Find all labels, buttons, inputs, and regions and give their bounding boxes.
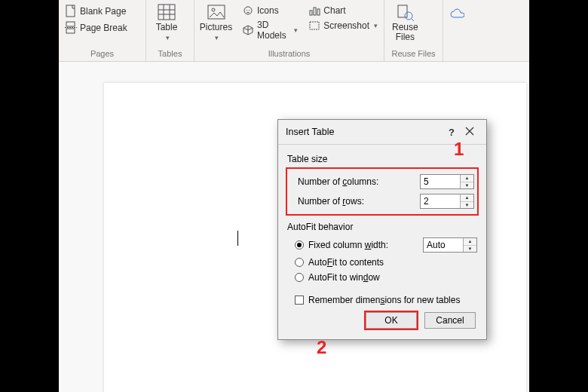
ribbon: Blank Page Page Break Pages Table▾	[59, 0, 529, 62]
screenshot-button[interactable]: Screenshot ▾	[305, 18, 381, 33]
reuse-files-icon	[395, 3, 415, 21]
3d-models-label: 3D Models	[257, 20, 289, 41]
spinner-down-icon[interactable]: ▼	[464, 246, 476, 253]
ribbon-group-label: Tables	[149, 47, 191, 61]
reuse-files-button[interactable]: Reuse Files	[387, 2, 423, 44]
fixed-width-input[interactable]	[424, 238, 463, 252]
screenshot-icon	[308, 20, 320, 32]
icons-label: Icons	[257, 5, 279, 16]
autofit-window-radio[interactable]	[295, 273, 304, 282]
columns-input[interactable]	[421, 175, 460, 188]
pictures-icon	[207, 3, 226, 21]
svg-point-10	[212, 8, 215, 11]
page-break-icon	[65, 21, 77, 35]
icons-icon	[242, 5, 254, 17]
chevron-down-icon: ▾	[215, 34, 219, 41]
autofit-contents-label: AutoFit to contents	[308, 257, 384, 268]
svg-rect-13	[314, 8, 316, 15]
page-break-button[interactable]: Page Break	[62, 20, 130, 36]
spinner-down-icon[interactable]: ▼	[461, 202, 473, 209]
pictures-button[interactable]: Pictures▾	[198, 2, 234, 44]
autofit-window-label: AutoFit to window	[308, 272, 380, 283]
svg-rect-0	[66, 5, 75, 17]
svg-line-18	[411, 18, 414, 21]
table-button[interactable]: Table▾	[149, 2, 184, 44]
svg-rect-14	[317, 9, 320, 15]
ribbon-group-reuse: Reuse Files Reuse Files	[384, 0, 443, 61]
ribbon-group-label: Illustrations	[198, 47, 381, 61]
svg-rect-1	[66, 22, 75, 26]
remember-checkbox[interactable]	[295, 296, 304, 305]
close-button[interactable]	[459, 126, 480, 138]
fixed-width-label: Fixed column width:	[308, 240, 418, 250]
ribbon-group-label: Reuse Files	[387, 47, 439, 61]
icons-button[interactable]: Icons	[239, 3, 301, 18]
remember-label: Remember dimensions for new tables	[308, 295, 460, 305]
svg-rect-2	[66, 29, 75, 33]
chevron-down-icon: ▾	[294, 26, 298, 34]
cube-icon	[242, 24, 254, 36]
3d-models-button[interactable]: 3D Models ▾	[239, 18, 301, 42]
rows-label: Number of rows:	[298, 196, 417, 207]
svg-rect-16	[398, 5, 407, 17]
blank-page-label: Blank Page	[80, 6, 126, 17]
blank-page-button[interactable]: Blank Page	[62, 3, 129, 20]
text-cursor	[237, 231, 238, 246]
rows-input[interactable]	[421, 194, 460, 208]
ok-button[interactable]: OK	[366, 312, 417, 329]
chevron-down-icon: ▾	[166, 34, 170, 41]
ribbon-group-overflow	[443, 0, 529, 61]
ribbon-group-illustrations: Pictures▾ Icons 3D Models ▾	[194, 0, 384, 61]
spinner-up-icon[interactable]: ▲	[464, 238, 476, 246]
chart-label: Chart	[323, 5, 345, 16]
chart-icon	[308, 5, 320, 17]
table-size-label: Table size	[287, 154, 477, 164]
blank-page-icon	[65, 5, 77, 18]
ribbon-group-pages: Blank Page Page Break Pages	[59, 0, 146, 61]
spinner-up-icon[interactable]: ▲	[461, 175, 473, 182]
ribbon-group-label: Pages	[62, 47, 142, 61]
chart-button[interactable]: Chart	[305, 3, 381, 18]
page-break-label: Page Break	[80, 23, 127, 33]
svg-rect-12	[310, 11, 312, 15]
fixed-width-radio[interactable]	[295, 240, 304, 250]
reuse-files-label: Reuse Files	[392, 23, 418, 42]
autofit-contents-radio[interactable]	[295, 258, 304, 267]
fixed-width-spinner[interactable]: ▲▼	[423, 237, 477, 253]
columns-label: Number of columns:	[298, 176, 417, 187]
screenshot-label: Screenshot	[323, 20, 369, 31]
pictures-label: Pictures	[200, 22, 232, 32]
chevron-down-icon: ▾	[374, 22, 378, 29]
annotation-box-1: Number of columns: ▲▼ Number of rows: ▲▼	[286, 167, 479, 216]
ribbon-group-tables: Table▾ Tables	[146, 0, 194, 61]
svg-rect-4	[158, 5, 175, 20]
autofit-label: AutoFit behavior	[287, 222, 477, 232]
rows-spinner[interactable]: ▲▼	[420, 194, 474, 209]
spinner-up-icon[interactable]: ▲	[461, 194, 473, 202]
annotation-2: 2	[317, 337, 326, 358]
cancel-button[interactable]: Cancel	[424, 312, 476, 329]
close-icon	[465, 127, 474, 136]
spinner-down-icon[interactable]: ▼	[461, 182, 473, 189]
table-label: Table	[156, 22, 178, 32]
columns-spinner[interactable]: ▲▼	[420, 174, 474, 189]
help-button[interactable]: ?	[444, 127, 459, 138]
overflow-icon[interactable]	[449, 6, 464, 20]
table-icon	[157, 3, 176, 21]
svg-rect-15	[310, 22, 319, 29]
annotation-1: 1	[454, 139, 464, 160]
dialog-title: Insert Table	[286, 127, 444, 137]
svg-point-11	[244, 7, 252, 14]
